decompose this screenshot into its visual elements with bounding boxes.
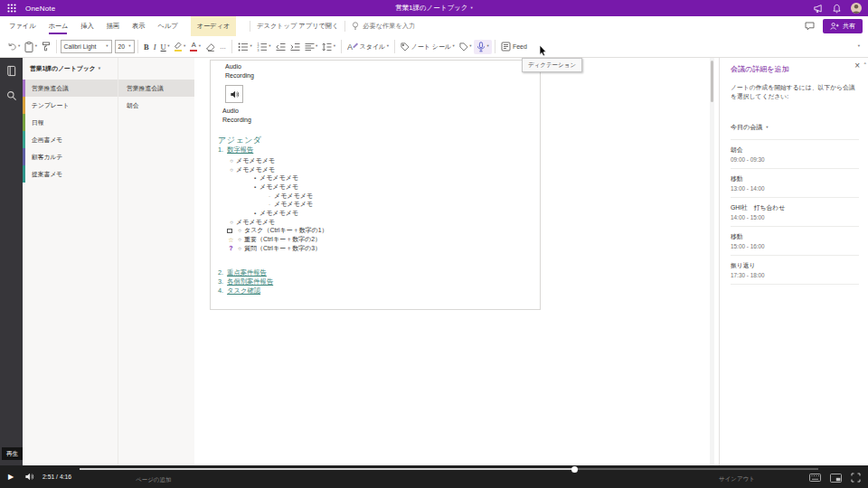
tab-file[interactable]: ファイル (9, 16, 35, 36)
today-meetings-dropdown[interactable]: 今日の会議 ▾ (731, 123, 768, 132)
open-in-desktop-button[interactable]: デスクトップ アプリで開く (257, 22, 338, 31)
volume-icon[interactable] (24, 472, 34, 482)
list-item[interactable]: ○メモメモメモ (211, 156, 540, 165)
undo-button[interactable]: ▾ (5, 41, 23, 53)
keyboard-icon[interactable] (809, 474, 821, 482)
bold-button[interactable]: B (142, 41, 152, 53)
format-painter-button[interactable] (40, 40, 53, 53)
fullscreen-icon[interactable] (851, 473, 861, 483)
list-item-task[interactable]: ○ タスク（Ctrlキー＋数字の1） (211, 227, 540, 236)
sidebar-item-section[interactable]: 提案書メモ (23, 165, 118, 183)
content-outline[interactable]: Audio Recording Audio Recording アジェンダ 1.… (210, 60, 541, 310)
dictate-button[interactable]: ▾ (474, 40, 492, 54)
chevron-down-icon: ▾ (18, 44, 20, 49)
agenda-numbered-item[interactable]: 2. 重点案件報告 (218, 268, 267, 277)
close-icon[interactable]: × (854, 61, 860, 70)
font-color-button[interactable]: A ▾ (188, 40, 203, 53)
styles-button[interactable]: A スタイル ▾ (345, 40, 392, 53)
user-avatar[interactable] (851, 3, 862, 14)
app-name[interactable]: OneNote (25, 5, 55, 13)
section-pane: 営業1課のノートブック ▾ 営業推進会議 テンプレート 日報 企画書メモ 顧客カ… (23, 58, 118, 465)
list-item[interactable]: ▪メモメモメモ (211, 183, 540, 192)
playback-time: 2:51 / 4:16 (42, 474, 71, 480)
meeting-list-item[interactable]: 振り返り 17:30 - 18:00 (731, 256, 859, 285)
page-pane-spacer (118, 58, 194, 80)
content-scrollbar[interactable] (710, 58, 714, 465)
feed-button[interactable]: Feed (499, 40, 529, 53)
player-progress-knob[interactable] (571, 466, 578, 473)
list-item[interactable]: ○メモメモメモ (211, 165, 540, 174)
tab-home[interactable]: ホーム (48, 16, 68, 36)
list-item[interactable]: ·メモメモメモ (211, 200, 540, 209)
megaphone-icon[interactable] (813, 4, 823, 14)
list-item[interactable]: ·メモメモメモ (211, 192, 540, 201)
search-icon[interactable] (6, 90, 17, 101)
highlight-button[interactable]: ▾ (172, 40, 188, 53)
font-size-select[interactable]: 20 ▾ (115, 40, 135, 53)
tab-draw[interactable]: 描画 (107, 16, 119, 36)
tab-insert[interactable]: 挿入 (80, 16, 93, 36)
meeting-list-item[interactable]: 朝会 09:00 - 09:30 (731, 140, 859, 169)
meeting-list-item[interactable]: 移動 15:00 - 16:00 (731, 227, 859, 256)
audio-recording-object[interactable] (225, 85, 243, 103)
agenda-numbered-item[interactable]: 3. 各個別案件報告 (218, 277, 273, 286)
collapse-ribbon-button[interactable]: ▾ (855, 42, 863, 51)
notebook-header[interactable]: 営業1課のノートブック ▾ (23, 58, 118, 80)
notebook-title-switcher[interactable]: 営業1課のノートブック ▾ (395, 4, 473, 13)
list-item-important[interactable]: ☆ ○ 重要（Ctrlキー＋数字の2） (211, 235, 540, 244)
audio-caption-line: Recording (222, 116, 251, 125)
sidebar-item-section[interactable]: 営業推進会議 (23, 80, 118, 97)
page-list-item[interactable]: 朝会 (118, 97, 194, 114)
svg-text:3: 3 (257, 48, 259, 51)
tab-view[interactable]: 表示 (132, 16, 145, 36)
notebooks-icon[interactable] (5, 65, 17, 77)
sidebar-item-section[interactable]: テンプレート (23, 97, 118, 114)
add-page-button[interactable]: ページの追加 (136, 476, 171, 484)
line-spacing-button[interactable]: ▾ (320, 41, 338, 53)
list-item[interactable]: ○メモメモメモ (211, 218, 540, 227)
signout-link[interactable]: サインアウト (719, 475, 755, 483)
bullet-text: メモメモメモ (259, 209, 298, 218)
tab-audio[interactable]: オーディオ (191, 16, 237, 36)
seal-picker-button[interactable]: ▾ (457, 41, 474, 53)
section-label: 営業推進会議 (32, 84, 69, 93)
sidebar-item-section[interactable]: 顧客カルテ (23, 148, 118, 165)
agenda-numbered-item[interactable]: 4. タスク確認 (218, 286, 260, 296)
align-button[interactable]: ▾ (302, 41, 320, 53)
todo-checkbox[interactable] (227, 229, 232, 234)
indent-button[interactable] (288, 41, 302, 53)
meeting-list-item[interactable]: 移動 13:00 - 14:00 (731, 169, 859, 198)
picture-in-picture-icon[interactable] (830, 474, 842, 483)
chevron-up-icon[interactable]: ▴ (863, 60, 866, 65)
italic-button[interactable]: I (151, 41, 158, 53)
underline-button[interactable]: U ▾ (158, 41, 172, 53)
list-item-question[interactable]: ? ○ 質問（Ctrlキー＋数字の3） (211, 244, 540, 253)
chevron-down-icon: ▾ (167, 44, 169, 49)
share-button[interactable]: 共有 (823, 19, 863, 33)
tab-help[interactable]: ヘルプ (157, 16, 177, 36)
sidebar-item-section[interactable]: 日報 (23, 114, 118, 131)
comment-icon[interactable] (805, 22, 815, 31)
outdent-button[interactable] (273, 41, 288, 53)
seek-bar[interactable] (80, 468, 818, 470)
meeting-list-item[interactable]: GHI社 打ち合わせ 14:00 - 15:00 (731, 198, 859, 227)
clear-formatting-button[interactable] (203, 41, 217, 53)
more-formatting-button[interactable]: … (217, 42, 228, 52)
list-item[interactable]: ▪メモメモメモ (211, 209, 540, 218)
page-canvas[interactable]: Audio Recording Audio Recording アジェンダ 1.… (194, 58, 714, 465)
bell-icon[interactable] (832, 4, 842, 14)
sidebar-item-section[interactable]: 企画書メモ (23, 131, 118, 148)
agenda-numbered-item[interactable]: 1. 数字報告 (218, 145, 253, 155)
page-list-item[interactable]: 営業推進会議 (118, 80, 194, 97)
scrollbar-thumb[interactable] (711, 61, 713, 102)
chevron-down-icon: ▾ (269, 44, 270, 49)
play-button[interactable]: ▶ (3, 469, 19, 484)
note-seals-button[interactable]: ノート シール ▾ (398, 41, 457, 53)
app-launcher-waffle-icon[interactable] (0, 0, 24, 16)
bullet-list-button[interactable]: ▾ (235, 41, 254, 53)
tell-me-input[interactable]: 必要な作業を入力 (352, 22, 415, 31)
list-item[interactable]: ▪メモメモメモ (211, 174, 540, 183)
numbered-list-button[interactable]: 123 ▾ (254, 41, 273, 53)
font-name-select[interactable]: Calibri Light ▾ (61, 40, 112, 53)
paste-button[interactable]: ▾ (23, 40, 40, 54)
